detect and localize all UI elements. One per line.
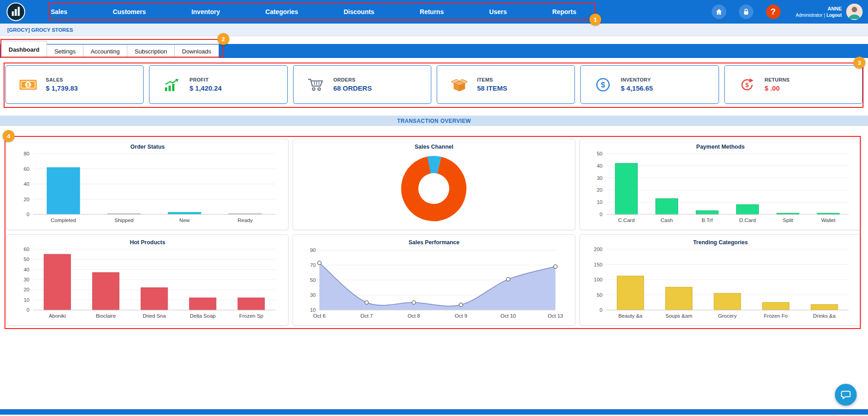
kpi-card-orders: ORDERS 68 ORDERS — [293, 65, 431, 104]
payment-methods-chart: 01020304050C.CardCashB.TrfD.CardSplitWal… — [580, 150, 861, 225]
tab-settings[interactable]: Settings — [47, 44, 83, 58]
svg-text:30: 30 — [24, 277, 29, 282]
dollar-circle-icon: $ — [593, 77, 613, 92]
svg-text:40: 40 — [24, 181, 29, 187]
order-status-chart: 020406080CompletedShippedNewReady — [7, 150, 288, 225]
svg-text:60: 60 — [24, 247, 29, 252]
chart-card-order-status: Order Status 020406080CompletedShippedNe… — [6, 139, 289, 230]
kpi-value: $ 1,739.83 — [46, 84, 78, 92]
nav-item-categories[interactable]: Categories — [265, 8, 298, 15]
svg-text:Cash: Cash — [661, 218, 673, 223]
chart-card-sales-performance: Sales Performance 1030507090Oct 6Oct 7Oc… — [293, 234, 575, 326]
svg-text:20: 20 — [597, 187, 603, 193]
page: Sales Customers Inventory Categories Dis… — [0, 0, 868, 416]
svg-text:20: 20 — [24, 287, 29, 292]
svg-text:200: 200 — [593, 247, 602, 252]
svg-text:10: 10 — [24, 297, 29, 303]
svg-text:Oct 13: Oct 13 — [548, 313, 563, 319]
kpi-text: RETURNS $ .00 — [765, 77, 790, 92]
kpi-text: PROFIT $ 1,420.24 — [189, 77, 222, 92]
chart-title: Order Status — [7, 139, 288, 150]
svg-text:30: 30 — [310, 292, 316, 298]
chart-card-sales-channel: Sales Channel — [293, 139, 575, 230]
tab-bar: Dashboard Settings Accounting Subscripti… — [0, 41, 868, 58]
kpi-label: PROFIT — [189, 77, 222, 82]
nav-item-inventory[interactable]: Inventory — [191, 8, 220, 15]
section-title: TRANSACTION OVERVIEW — [397, 118, 471, 124]
svg-text:Beauty &a: Beauty &a — [618, 313, 643, 319]
svg-text:Frozen Fo: Frozen Fo — [764, 313, 787, 319]
lock-icon — [742, 8, 750, 16]
tabs: Dashboard Settings Accounting Subscripti… — [1, 41, 219, 58]
sales-channel-donut-chart — [293, 150, 574, 225]
svg-text:0: 0 — [27, 212, 29, 217]
kpi-value: $ .00 — [765, 84, 790, 92]
svg-text:Ready: Ready — [238, 218, 253, 223]
svg-text:40: 40 — [597, 163, 603, 169]
lock-button[interactable] — [739, 5, 753, 19]
kpi-label: ITEMS — [477, 77, 507, 82]
nav-icon-group: ? — [712, 5, 781, 19]
kpi-card-items: ITEMS 58 ITEMS — [437, 65, 575, 104]
svg-text:60: 60 — [24, 166, 29, 172]
nav-item-customers[interactable]: Customers — [113, 8, 146, 15]
chart-card-trending-categories: Trending Categories 050100150200Beauty &… — [579, 234, 862, 326]
svg-text:Split: Split — [783, 218, 793, 223]
svg-text:Delta Soap: Delta Soap — [190, 313, 216, 319]
svg-text:100: 100 — [593, 277, 602, 282]
avatar[interactable] — [846, 4, 863, 20]
user-role: Administrator — [796, 13, 823, 18]
svg-text:Bioclaire: Bioclaire — [96, 313, 116, 319]
svg-text:80: 80 — [24, 151, 29, 156]
role-logout-separator: | — [824, 13, 825, 18]
kpi-label: SALES — [46, 77, 78, 82]
svg-text:Oct 8: Oct 8 — [408, 313, 420, 319]
svg-text:Frozen Sp: Frozen Sp — [239, 313, 263, 319]
tab-dashboard[interactable]: Dashboard — [1, 41, 47, 58]
hot-products-chart: 0102030405060AbonikiBioclaireDried SnaDe… — [7, 246, 288, 321]
chart-card-hot-products: Hot Products 0102030405060AbonikiBioclai… — [6, 234, 289, 326]
help-button[interactable]: ? — [766, 5, 781, 19]
svg-text:$: $ — [745, 82, 749, 88]
cart-icon — [305, 78, 326, 92]
home-button[interactable] — [712, 5, 726, 19]
trending-categories-chart: 050100150200Beauty &aSoups &amGroceryFro… — [580, 246, 861, 321]
growth-chart-icon — [161, 78, 182, 92]
kpi-value: 68 ORDERS — [333, 84, 372, 92]
nav-item-sales[interactable]: Sales — [51, 8, 68, 15]
nav-item-reports[interactable]: Reports — [552, 8, 576, 15]
svg-text:Completed: Completed — [51, 218, 76, 223]
money-bill-icon: $ — [18, 78, 39, 92]
svg-text:Wallet: Wallet — [821, 218, 835, 223]
kpi-row: $ SALES $ 1,739.83 PROFIT $ 1,420 — [5, 65, 863, 104]
tab-subscription[interactable]: Subscription — [127, 44, 175, 58]
logo-icon — [6, 2, 25, 21]
nav-item-discounts[interactable]: Discounts — [343, 8, 374, 15]
svg-text:Dried Sna: Dried Sna — [143, 313, 166, 319]
kpi-card-profit: PROFIT $ 1,420.24 — [149, 65, 287, 104]
nav-item-users[interactable]: Users — [489, 8, 507, 15]
svg-text:B.Trf: B.Trf — [701, 218, 713, 223]
kpi-text: ORDERS 68 ORDERS — [333, 77, 372, 92]
svg-text:$: $ — [601, 81, 605, 89]
svg-text:C.Card: C.Card — [618, 218, 634, 223]
return-arrow-icon: $ — [737, 77, 757, 92]
kpi-text: ITEMS 58 ITEMS — [477, 77, 507, 92]
svg-text:New: New — [179, 218, 190, 223]
tab-accounting[interactable]: Accounting — [83, 44, 127, 58]
svg-text:50: 50 — [597, 151, 603, 156]
logout-link[interactable]: Logout — [826, 13, 842, 18]
svg-text:50: 50 — [310, 277, 316, 283]
svg-text:$: $ — [27, 82, 29, 87]
avatar-image — [846, 4, 863, 20]
app-logo[interactable] — [6, 2, 25, 21]
svg-text:40: 40 — [24, 267, 29, 272]
svg-text:Grocery: Grocery — [718, 313, 737, 319]
breadcrumb: [GROCY] GROCY STORES — [0, 24, 868, 36]
chat-button[interactable] — [835, 384, 857, 406]
nav-item-returns[interactable]: Returns — [420, 8, 444, 15]
svg-text:Aboniki: Aboniki — [49, 313, 66, 319]
question-mark-icon: ? — [771, 7, 776, 17]
tab-downloads[interactable]: Downloads — [175, 44, 219, 58]
section-header-transaction-overview: TRANSACTION OVERVIEW — [0, 116, 868, 126]
